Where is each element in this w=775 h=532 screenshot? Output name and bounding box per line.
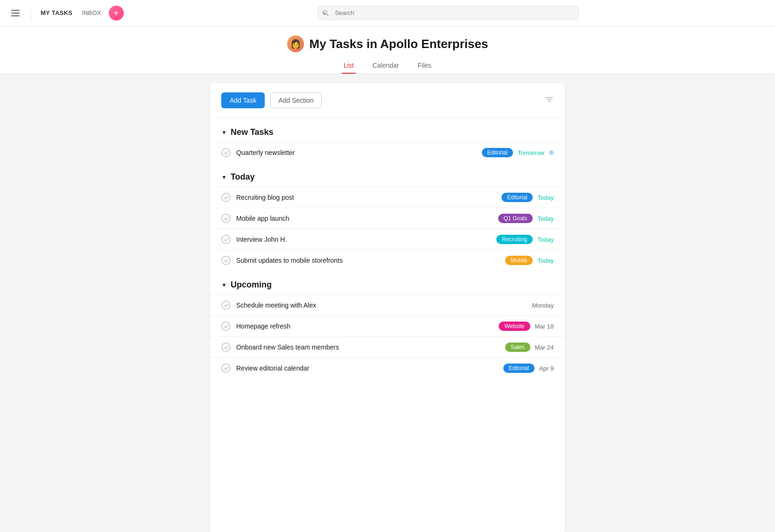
task-due-date: Today [537, 236, 554, 243]
svg-line-1 [327, 14, 329, 16]
task-tag: Website [499, 322, 530, 331]
task-name: Quarterly newsletter [236, 149, 476, 156]
task-meta: Sales Mar 24 [505, 343, 554, 352]
task-checkbox[interactable] [221, 256, 231, 265]
task-name: Submit updates to mobile storefronts [236, 257, 500, 264]
task-checkbox[interactable] [221, 148, 231, 157]
dot-indicator [549, 150, 554, 155]
task-due-date: Mar 24 [535, 344, 554, 351]
task-row[interactable]: Recruiting blog post Editorial Today [210, 187, 565, 208]
task-name: Schedule meeting with Alex [236, 301, 527, 309]
task-due-date: Today [537, 215, 554, 222]
section-chevron-1: ▼ [221, 174, 227, 181]
task-name: Mobile app launch [236, 215, 493, 222]
task-name: Onboard new Sales team members [236, 343, 500, 351]
section-1: ▼ Today Recruiting blog post Editorial T… [210, 163, 565, 271]
task-checkbox[interactable] [221, 364, 231, 373]
task-tag: Editorial [501, 193, 533, 202]
nav-divider [31, 6, 31, 21]
search-bar: ● [317, 6, 579, 20]
task-row[interactable]: Schedule meeting with Alex Monday [210, 294, 565, 315]
top-nav: MY TASKS INBOX + ● [0, 0, 775, 26]
task-meta: Editorial Today [501, 193, 554, 202]
task-checkbox[interactable] [221, 214, 231, 223]
task-due-date: Tomorrow [518, 149, 544, 156]
task-meta: Website Mar 18 [499, 322, 554, 331]
task-checkbox[interactable] [221, 322, 231, 331]
task-meta: Monday [532, 302, 554, 309]
task-panel: Add Task Add Section ▼ New Tasks Q [210, 83, 565, 532]
task-name: Review editorial calendar [236, 364, 498, 372]
avatar: 👩 [287, 35, 304, 52]
section-0: ▼ New Tasks Quarterly newsletter Editori… [210, 118, 565, 163]
task-row[interactable]: Submit updates to mobile storefronts Mob… [210, 250, 565, 271]
nav-tab-inbox[interactable]: INBOX [80, 7, 103, 18]
section-chevron-2: ▼ [221, 282, 227, 288]
task-meta: Recruiting Today [496, 235, 554, 244]
task-checkbox[interactable] [221, 343, 231, 352]
tab-list[interactable]: List [342, 58, 356, 74]
nav-tab-mytasks[interactable]: MY TASKS [39, 7, 74, 18]
task-tag: Q1 Goals [498, 214, 533, 223]
task-due-date: Apr 9 [539, 365, 554, 372]
task-meta: Editorial Tomorrow [482, 148, 554, 157]
task-row[interactable]: Interview John H. Recruiting Today [210, 229, 565, 250]
task-row[interactable]: Mobile app launch Q1 Goals Today [210, 208, 565, 229]
task-name: Recruiting blog post [236, 194, 496, 201]
main-content: Add Task Add Section ▼ New Tasks Q [0, 74, 775, 532]
task-checkbox[interactable] [221, 301, 231, 310]
task-checkbox[interactable] [221, 193, 231, 202]
task-tag: Editorial [503, 364, 535, 373]
search-icon-svg [322, 10, 329, 16]
task-tag: Mobile [505, 256, 533, 265]
add-task-button[interactable]: Add Task [221, 92, 265, 108]
section-header-0[interactable]: ▼ New Tasks [210, 118, 565, 142]
task-row[interactable]: Review editorial calendar Editorial Apr … [210, 357, 565, 378]
page-header: 👩 My Tasks in Apollo Enterprises List Ca… [0, 26, 775, 74]
task-due-date: Today [537, 257, 554, 264]
page-title: My Tasks in Apollo Enterprises [310, 37, 488, 51]
section-header-2[interactable]: ▼ Upcoming [210, 271, 565, 294]
page-title-row: 👩 My Tasks in Apollo Enterprises [0, 35, 775, 52]
section-2: ▼ Upcoming Schedule meeting with Alex Mo… [210, 271, 565, 378]
task-due-date: Mar 18 [535, 323, 554, 330]
task-row[interactable]: Onboard new Sales team members Sales Mar… [210, 336, 565, 357]
task-tag: Recruiting [496, 235, 533, 244]
task-due-date: Monday [532, 302, 554, 309]
tab-files[interactable]: Files [416, 58, 434, 74]
task-name: Interview John H. [236, 236, 491, 243]
task-row[interactable]: Quarterly newsletter Editorial Tomorrow [210, 142, 565, 163]
sections-container: ▼ New Tasks Quarterly newsletter Editori… [210, 118, 565, 378]
section-title-0: New Tasks [231, 127, 274, 137]
task-meta: Mobile Today [505, 256, 554, 265]
section-title-2: Upcoming [231, 280, 272, 290]
task-tag: Editorial [482, 148, 513, 157]
section-title-1: Today [231, 172, 255, 182]
task-name: Homepage refresh [236, 322, 493, 330]
task-meta: Editorial Apr 9 [503, 364, 554, 373]
section-chevron-0: ▼ [221, 129, 227, 136]
add-section-button[interactable]: Add Section [270, 92, 322, 108]
task-checkbox[interactable] [221, 235, 231, 244]
task-tag: Sales [505, 343, 530, 352]
page-tabs: List Calendar Files [0, 58, 775, 73]
task-row[interactable]: Homepage refresh Website Mar 18 [210, 315, 565, 336]
search-input[interactable] [317, 6, 579, 20]
hamburger-icon[interactable] [7, 6, 23, 20]
task-due-date: Today [537, 194, 554, 201]
add-button[interactable]: + [109, 6, 124, 21]
tab-calendar[interactable]: Calendar [371, 58, 401, 74]
section-header-1[interactable]: ▼ Today [210, 163, 565, 187]
task-meta: Q1 Goals Today [498, 214, 554, 223]
toolbar: Add Task Add Section [210, 92, 565, 118]
filter-icon[interactable] [545, 95, 554, 105]
